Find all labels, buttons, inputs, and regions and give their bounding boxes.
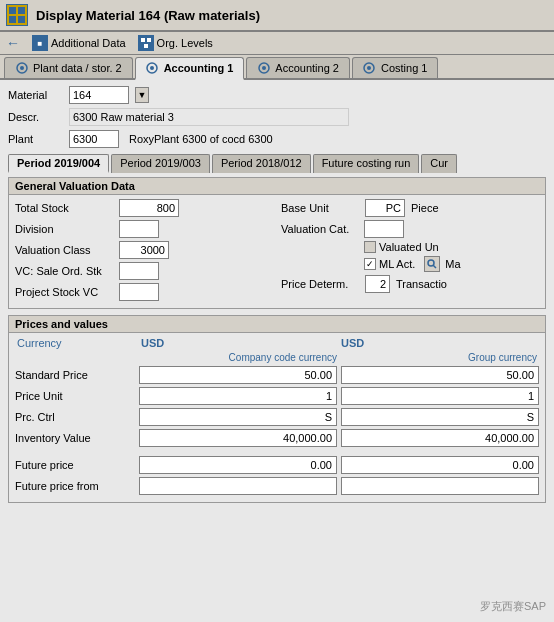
plant-row: Plant RoxyPlant 6300 of cocd 6300 [8,130,546,148]
svg-rect-7 [144,44,148,48]
material-search-btn[interactable]: ▼ [135,87,149,103]
tab-cur[interactable]: Cur [421,154,457,173]
org-levels-button[interactable]: Org. Levels [138,35,213,51]
standard-price-col1[interactable] [139,366,337,384]
watermark: 罗克西赛SAP [480,599,546,614]
inventory-value-col1[interactable] [139,429,337,447]
price-unit-col2[interactable] [341,387,539,405]
currency-label: Currency [17,337,137,349]
svg-rect-3 [9,16,16,23]
ml-act-row: ✓ ML Act. Ma [281,256,539,272]
division-row: Division [15,220,273,238]
tab-accounting2[interactable]: Accounting 2 [246,57,350,78]
valuation-class-input[interactable] [119,241,169,259]
app-icon [6,4,28,26]
future-price-from-row: Future price from [15,477,539,495]
svg-point-15 [367,66,371,70]
plant-tab-icon [15,61,29,75]
svg-rect-2 [18,7,25,14]
svg-point-9 [20,66,24,70]
total-stock-row: Total Stock [15,199,273,217]
accounting2-tab-icon [257,61,271,75]
future-price-col2[interactable] [341,456,539,474]
price-unit-row: Price Unit [15,387,539,405]
costing1-tab-icon [363,61,377,75]
tab-future-costing[interactable]: Future costing run [313,154,420,173]
currency-header-row: Currency USD USD [15,337,539,349]
price-determ-input[interactable] [365,275,390,293]
project-stock-input[interactable] [119,283,159,301]
valuation-cat-input[interactable] [364,220,404,238]
future-price-from-col1[interactable] [139,477,337,495]
svg-line-17 [433,265,436,268]
svg-point-11 [150,66,154,70]
currency-subheader-row: Company code currency Group currency [15,352,539,363]
tab-costing1[interactable]: Costing 1 [352,57,438,78]
ml-act-search-icon[interactable] [424,256,440,272]
tab-period-2019-003[interactable]: Period 2019/003 [111,154,210,173]
ml-act-checkbox[interactable]: ✓ [364,258,376,270]
tab-period-2018-012[interactable]: Period 2018/012 [212,154,311,173]
vc-sale-ord-row: VC: Sale Ord. Stk [15,262,273,280]
period-tab-bar: Period 2019/004 Period 2019/003 Period 2… [8,154,546,173]
plant-input[interactable] [69,130,119,148]
toolbar: ← ■ Additional Data Org. Levels [0,32,554,55]
org-levels-icon [138,35,154,51]
main-tab-bar: Plant data / stor. 2 Accounting 1 Accoun… [0,55,554,80]
standard-price-col2[interactable] [341,366,539,384]
title-bar: Display Material 164 (Raw materials) [0,0,554,32]
prices-section: Prices and values Currency USD USD Compa… [8,315,546,503]
back-button[interactable]: ← [6,35,20,51]
prc-ctrl-col1[interactable] [139,408,337,426]
inventory-value-row: Inventory Value [15,429,539,447]
division-input[interactable] [119,220,159,238]
svg-rect-1 [9,7,16,14]
svg-point-13 [262,66,266,70]
additional-data-button[interactable]: ■ Additional Data [32,35,126,51]
material-input[interactable] [69,86,129,104]
valuation-cat-row: Valuation Cat. [281,220,539,238]
svg-rect-4 [18,16,25,23]
svg-rect-5 [141,38,145,42]
inventory-value-col2[interactable] [341,429,539,447]
prc-ctrl-col2[interactable] [341,408,539,426]
general-valuation-title: General Valuation Data [9,178,545,195]
descr-input[interactable] [69,108,349,126]
svg-rect-6 [147,38,151,42]
price-determ-row: Price Determ. Transactio [281,275,539,293]
future-price-from-col2[interactable] [341,477,539,495]
base-unit-input[interactable] [365,199,405,217]
valuated-un-row: Valuated Un [281,241,539,253]
valuated-un-checkbox[interactable] [364,241,376,253]
tab-period-2019-004[interactable]: Period 2019/004 [8,154,109,173]
base-unit-row: Base Unit Piece [281,199,539,217]
prices-section-title: Prices and values [9,316,545,333]
general-valuation-section: General Valuation Data Total Stock Divis… [8,177,546,309]
prc-ctrl-row: Prc. Ctrl [15,408,539,426]
future-price-row: Future price [15,456,539,474]
descr-row: Descr. [8,108,546,126]
project-stock-row: Project Stock VC [15,283,273,301]
vc-sale-ord-input[interactable] [119,262,159,280]
page-title: Display Material 164 (Raw materials) [36,8,260,23]
main-content: Material ▼ Descr. Plant RoxyPlant 6300 o… [0,80,554,515]
tab-accounting1[interactable]: Accounting 1 [135,57,245,80]
additional-data-icon: ■ [32,35,48,51]
tab-plant-stor[interactable]: Plant data / stor. 2 [4,57,133,78]
accounting1-tab-icon [146,61,160,75]
total-stock-input[interactable] [119,199,179,217]
future-price-col1[interactable] [139,456,337,474]
valuation-class-row: Valuation Class [15,241,273,259]
material-row: Material ▼ [8,86,546,104]
standard-price-row: Standard Price [15,366,539,384]
price-unit-col1[interactable] [139,387,337,405]
